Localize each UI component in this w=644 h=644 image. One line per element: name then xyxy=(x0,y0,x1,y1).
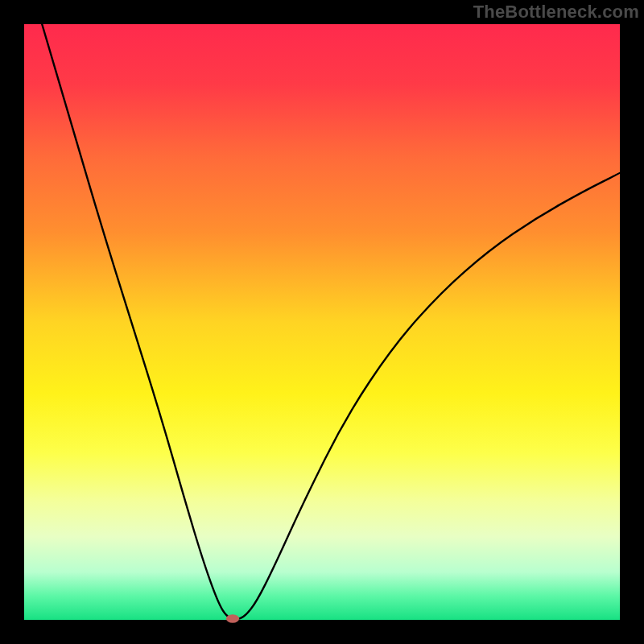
optimal-point-marker xyxy=(226,614,239,622)
plot-background xyxy=(24,24,620,620)
bottleneck-chart xyxy=(0,0,644,644)
chart-frame: TheBottleneck.com xyxy=(0,0,644,644)
watermark-text: TheBottleneck.com xyxy=(473,2,639,23)
